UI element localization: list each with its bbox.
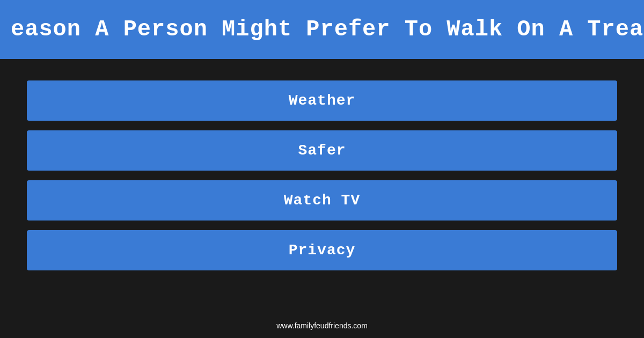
answer-button-3[interactable]: Watch TV — [27, 180, 617, 221]
answer-label-3: Watch TV — [38, 192, 606, 209]
question-title: eason A Person Might Prefer To Walk On A… — [11, 17, 644, 42]
answer-button-4[interactable]: Privacy — [27, 230, 617, 270]
footer-url: www.familyfeudfriends.com — [276, 321, 368, 330]
answer-label-2: Safer — [38, 142, 606, 159]
answer-label-1: Weather — [38, 92, 606, 109]
answer-button-1[interactable]: Weather — [27, 80, 617, 121]
answers-container: Weather Safer Watch TV Privacy — [0, 64, 644, 286]
answer-label-4: Privacy — [38, 242, 606, 259]
title-bar: eason A Person Might Prefer To Walk On A… — [0, 0, 644, 59]
answer-button-2[interactable]: Safer — [27, 130, 617, 171]
